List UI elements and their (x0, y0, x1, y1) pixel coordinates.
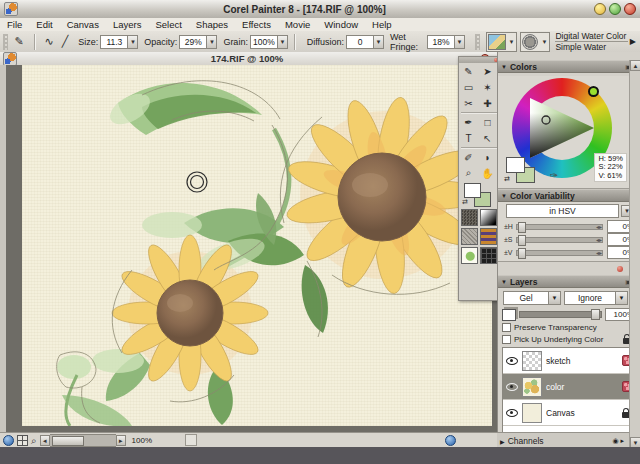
preserve-transparency-checkbox[interactable] (502, 323, 511, 332)
palette-close-button[interactable] (617, 266, 623, 272)
size-label: Size: (78, 37, 98, 47)
variability-s-slider[interactable]: ◂▸ (516, 237, 603, 243)
dropper-tool-icon[interactable]: ✐ (459, 149, 478, 165)
variability-h-slider[interactable]: ◂▸ (516, 224, 603, 230)
composite-method-select[interactable]: Gel▼ (503, 291, 561, 305)
color-swatches: ⇄ (459, 181, 499, 208)
swap-colors-icon[interactable]: ⇄ (462, 198, 468, 206)
menu-layers[interactable]: Layers (106, 19, 149, 30)
panel-menu-icon[interactable]: ◉▸ (612, 437, 629, 445)
brush-tool-icon[interactable]: ✎ (459, 63, 478, 79)
dock-scrollbar[interactable]: ▲ ▼ (629, 60, 640, 448)
menu-canvas[interactable]: Canvas (60, 19, 106, 30)
nozzle-selector[interactable] (461, 247, 478, 264)
sunflower-painting (22, 65, 492, 426)
grain-spinner[interactable]: ▼ (278, 35, 288, 49)
size-input[interactable]: 11.3 (100, 35, 128, 49)
status-button[interactable] (185, 434, 197, 446)
menu-select[interactable]: Select (148, 19, 188, 30)
preserve-transparency-label: Preserve Transparency (514, 323, 637, 332)
rect-select-tool-icon[interactable]: ▭ (459, 79, 478, 95)
collapse-icon[interactable]: ▼ (498, 64, 510, 70)
opacity-input[interactable]: 29% (179, 35, 207, 49)
paint-bucket-tool-icon[interactable]: ◗ (478, 149, 497, 165)
layer-row-canvas[interactable]: Canvas (503, 400, 636, 426)
opacity-spinner[interactable]: ▼ (207, 35, 217, 49)
freehand-stroke-icon[interactable]: ∿ (41, 35, 58, 48)
rect-shape-tool-icon[interactable]: □ (478, 114, 497, 130)
propbar-grip[interactable] (3, 34, 8, 50)
propbar-grip[interactable] (475, 34, 480, 50)
close-button[interactable] (624, 3, 636, 15)
resize-handle-icon[interactable] (445, 435, 456, 446)
flyout-arrow-icon[interactable]: ▶ (630, 37, 636, 46)
drawing-mode-icon[interactable] (3, 435, 14, 446)
scroll-up-icon[interactable]: ▲ (630, 60, 640, 71)
menu-movie[interactable]: Movie (278, 19, 317, 30)
swap-colors-icon[interactable]: ⇄ (504, 175, 510, 183)
grain-input[interactable]: 100% (250, 35, 278, 49)
magnifier-status-icon[interactable]: ⌕ (31, 436, 37, 445)
clone-color-icon[interactable]: ✑ (550, 170, 558, 181)
scrollbar-thumb[interactable] (52, 436, 84, 446)
canvas-paper[interactable] (22, 65, 492, 426)
shape-selection-tool-icon[interactable]: ↖ (478, 130, 497, 146)
layer-row-sketch[interactable]: sketch (503, 348, 636, 374)
brush-category-selector[interactable]: ▼ (486, 32, 518, 52)
paper-selector[interactable] (461, 209, 478, 226)
menu-effects[interactable]: Effects (235, 19, 278, 30)
menu-shapes[interactable]: Shapes (189, 19, 235, 30)
weave-selector[interactable] (480, 228, 497, 245)
layers-panel-header[interactable]: ▼ Layers ▣▸ (498, 275, 640, 288)
colors-panel-header[interactable]: ▼ Colors ▣▸ (498, 60, 640, 73)
collapse-icon[interactable]: ▼ (498, 279, 510, 285)
wet-fringe-input[interactable]: 18% (427, 35, 455, 49)
grabber-tool-icon[interactable]: ✋ (478, 165, 497, 181)
magic-wand-tool-icon[interactable]: ✶ (478, 79, 497, 95)
front-color-swatch[interactable] (506, 157, 525, 173)
selection-adjuster-tool-icon[interactable]: ✚ (478, 95, 497, 111)
diffusion-spinner[interactable]: ▼ (374, 35, 384, 49)
pickup-color-checkbox[interactable] (502, 335, 511, 344)
stroke-preview-icon (522, 34, 538, 50)
front-color-swatch[interactable] (464, 183, 481, 198)
straight-stroke-icon[interactable]: ╱ (58, 35, 73, 48)
variability-mode-select[interactable]: in HSV (506, 204, 619, 218)
hsv-v-value: V: 61% (598, 172, 623, 181)
scroll-left-icon[interactable]: ◄ (40, 435, 50, 446)
layer-adjuster-tool-icon[interactable]: ➤ (478, 63, 497, 79)
menu-help[interactable]: Help (365, 19, 399, 30)
visibility-eye-icon[interactable] (506, 357, 518, 365)
wet-fringe-spinner[interactable]: ▼ (455, 35, 465, 49)
menu-edit[interactable]: Edit (29, 19, 59, 30)
pattern-selector[interactable] (461, 228, 478, 245)
layer-opacity-slider[interactable] (519, 311, 602, 318)
menu-window[interactable]: Window (317, 19, 365, 30)
pen-tool-icon[interactable]: ✒ (459, 114, 478, 130)
visibility-eye-icon[interactable] (506, 383, 518, 391)
collapse-icon[interactable]: ▼ (498, 193, 510, 199)
collapse-icon[interactable]: ▶ (497, 438, 508, 445)
minimize-button[interactable] (594, 3, 606, 15)
horizontal-scrollbar[interactable]: ◄ ► (40, 435, 126, 446)
gradient-selector[interactable] (480, 209, 497, 226)
hue-marker[interactable] (588, 86, 599, 97)
sv-triangle[interactable] (530, 98, 596, 158)
menu-file[interactable]: File (0, 19, 29, 30)
color-variability-header[interactable]: ▼ Color Variability ▣ (498, 189, 640, 202)
scroll-right-icon[interactable]: ► (116, 435, 126, 446)
magnifier-tool-icon[interactable]: ⌕ (459, 165, 478, 181)
grid-toggle-icon[interactable] (17, 435, 28, 446)
layer-row-color[interactable]: color (503, 374, 636, 400)
diffusion-input[interactable]: 0 (346, 35, 374, 49)
brush-looks-selector[interactable] (480, 247, 497, 264)
size-spinner[interactable]: ▼ (128, 35, 138, 49)
crop-tool-icon[interactable]: ✂ (459, 95, 478, 111)
variability-v-slider[interactable]: ◂▸ (516, 250, 603, 256)
composite-depth-select[interactable]: Ignore▼ (564, 291, 628, 305)
text-tool-icon[interactable]: T (459, 130, 478, 146)
brush-variant-selector[interactable]: ▼ (520, 32, 550, 52)
maximize-button[interactable] (609, 3, 621, 15)
toolbox-titlebar[interactable] (459, 57, 499, 63)
visibility-eye-icon[interactable] (506, 409, 518, 417)
